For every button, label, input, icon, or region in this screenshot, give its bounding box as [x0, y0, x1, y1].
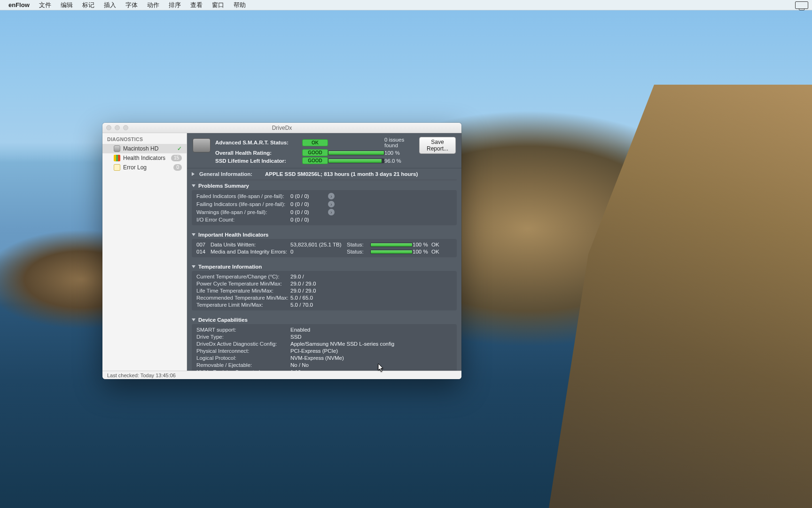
- general-info-value: APPLE SSD SM0256L; 813 hours (1 month 3 …: [265, 171, 418, 177]
- overall-health-label: Overall Health Rating:: [215, 150, 302, 156]
- check-icon: ✓: [177, 145, 182, 152]
- disclosure-triangle-icon: [192, 265, 195, 268]
- ihi-name: Media and Data Integrity Errors:: [211, 249, 290, 254]
- status-summary: Advanced S.M.A.R.T. Status: OK 0 issues …: [187, 133, 461, 168]
- problem-row-label: I/O Error Count:: [196, 217, 290, 222]
- capability-row-label: Drive Type:: [196, 334, 290, 340]
- problems-summary-header[interactable]: Problems Summary: [192, 180, 457, 190]
- general-information-row[interactable]: General Information: APPLE SSD SM0256L; …: [192, 168, 457, 180]
- problem-row-label: Failed Indicators (life-span / pre-fail)…: [196, 193, 290, 199]
- ssd-lifetime-pill: GOOD: [302, 157, 328, 164]
- chevron-right-icon[interactable]: ›: [328, 193, 335, 199]
- ihi-ok: OK: [431, 242, 445, 247]
- temperature-row-label: Current Temperature/Change (°C):: [196, 274, 290, 279]
- sidebar-section-header: DIAGNOSTICS: [102, 133, 187, 144]
- temperature-row-value: 29.0 / 29.0: [290, 288, 452, 294]
- disclosure-triangle-icon: [192, 172, 195, 176]
- ssd-lifetime-label: SSD Lifetime Left Indicator:: [215, 158, 302, 164]
- zoom-icon[interactable]: [123, 125, 128, 130]
- ihi-value: 0: [290, 249, 347, 254]
- device-capabilities-header[interactable]: Device Capabilities: [192, 314, 457, 324]
- content-scroll[interactable]: General Information: APPLE SSD SM0256L; …: [187, 168, 461, 371]
- important-health-indicators-header[interactable]: Important Health Indicators: [192, 229, 457, 239]
- window-title: DriveDx: [272, 125, 292, 131]
- menubar-item[interactable]: 插入: [99, 1, 121, 9]
- chart-bars-icon: [114, 155, 120, 161]
- ihi-ok: OK: [431, 249, 445, 254]
- temperature-row-value: 5.0 / 70.0: [290, 302, 452, 308]
- overall-health-bar: [328, 151, 384, 155]
- temperature-row-label: Life Time Temperature Min/Max:: [196, 288, 290, 294]
- menubar-item[interactable]: 帮助: [229, 1, 250, 9]
- section-title-label: Device Capabilities: [198, 317, 248, 323]
- window-status-bar: Last checked: Today 13:45:06: [102, 371, 461, 379]
- temperature-row-value: 29.0 /: [290, 274, 452, 279]
- disclosure-triangle-icon: [192, 318, 195, 321]
- temperature-information-header[interactable]: Temperature Information: [192, 261, 457, 271]
- menubar-app-name[interactable]: enFlow: [4, 1, 34, 8]
- capability-row-label: SMART support:: [196, 327, 290, 333]
- ihi-status-label: Status:: [347, 242, 370, 247]
- close-icon[interactable]: [106, 125, 111, 130]
- disk-icon: [114, 145, 120, 152]
- issues-found-text: 0 issues found: [384, 137, 413, 148]
- menubar-tray-icon[interactable]: [795, 1, 808, 9]
- count-badge: 15: [171, 155, 182, 161]
- ihi-id: 014: [196, 249, 211, 254]
- capability-row-label: Logical Protocol:: [196, 355, 290, 361]
- sidebar: DIAGNOSTICS Macintosh HD ✓ Health Indica…: [102, 133, 187, 371]
- temperature-row-value: 5.0 / 65.0: [290, 295, 452, 301]
- minimize-icon[interactable]: [115, 125, 120, 130]
- chevron-right-icon[interactable]: ›: [328, 201, 335, 207]
- ssd-lifetime-percent: 96.0 %: [384, 158, 413, 164]
- capability-row-value: SSD: [290, 334, 452, 340]
- app-window: DriveDx DIAGNOSTICS Macintosh HD ✓ Healt…: [102, 123, 461, 379]
- content-pane: Advanced S.M.A.R.T. Status: OK 0 issues …: [187, 133, 461, 371]
- capability-row-label: DriveDx Active Diagnostic Config:: [196, 341, 290, 347]
- sidebar-item-error-log[interactable]: Error Log 0: [102, 163, 187, 172]
- disclosure-triangle-icon: [192, 184, 195, 187]
- sidebar-item-label: Health Indicators: [123, 155, 171, 161]
- last-checked-text: Last checked: Today 13:45:06: [107, 373, 176, 378]
- chevron-right-icon[interactable]: ›: [328, 209, 335, 215]
- problem-row-label: Warnings (life-span / pre-fail):: [196, 209, 290, 215]
- window-titlebar[interactable]: DriveDx: [102, 123, 461, 133]
- sidebar-item-label: Error Log: [123, 164, 173, 171]
- capability-row-label: Physical Interconnect:: [196, 348, 290, 354]
- problem-row-label: Failing Indicators (life-span / pre-fail…: [196, 201, 290, 207]
- menubar-item[interactable]: 窗口: [207, 1, 229, 9]
- drive-icon: [193, 138, 211, 152]
- section-title-label: Important Health Indicators: [198, 232, 269, 238]
- window-traffic-lights[interactable]: [106, 125, 128, 130]
- capability-row-value: PCI-Express (PCIe): [290, 348, 452, 354]
- capability-row-value: Enabled: [290, 327, 452, 333]
- sidebar-item-health-indicators[interactable]: Health Indicators 15: [102, 153, 187, 163]
- menubar-item[interactable]: 字体: [121, 1, 142, 9]
- menubar-item[interactable]: 动作: [142, 1, 164, 9]
- problems-summary-block: Failed Indicators (life-span / pre-fail)…: [192, 190, 457, 225]
- menubar-item[interactable]: 文件: [34, 1, 56, 9]
- menubar-item[interactable]: 查看: [186, 1, 207, 9]
- problem-row-value: 0 (0 / 0): [290, 217, 328, 222]
- ihi-status-bar: [370, 250, 413, 254]
- log-icon: [114, 164, 120, 171]
- save-report-button[interactable]: Save Report...: [419, 137, 456, 154]
- section-title-label: Problems Summary: [198, 183, 249, 189]
- system-menubar: enFlow 文件 编辑 标记 插入 字体 动作 排序 查看 窗口 帮助: [0, 0, 812, 10]
- general-info-label: General Information:: [199, 171, 260, 177]
- problem-row-value: 0 (0 / 0): [290, 201, 328, 207]
- smart-status-label: Advanced S.M.A.R.T. Status:: [215, 140, 302, 145]
- menubar-item[interactable]: 标记: [78, 1, 99, 9]
- ihi-id: 007: [196, 242, 211, 247]
- menubar-item[interactable]: 编辑: [56, 1, 78, 9]
- sidebar-item-drive[interactable]: Macintosh HD ✓: [102, 144, 187, 153]
- ihi-status-bar: [370, 243, 413, 247]
- important-health-indicators-block: 007Data Units Written:53,823,601 (25.1 T…: [192, 239, 457, 257]
- menubar-item[interactable]: 排序: [164, 1, 186, 9]
- disclosure-triangle-icon: [192, 233, 195, 236]
- overall-health-percent: 100 %: [384, 150, 413, 156]
- section-title-label: Temperature Information: [198, 264, 262, 270]
- capability-row-value: No / No: [290, 362, 452, 368]
- problem-row-value: 0 (0 / 0): [290, 193, 328, 199]
- capability-row-value: NVM-Express (NVMe): [290, 355, 452, 361]
